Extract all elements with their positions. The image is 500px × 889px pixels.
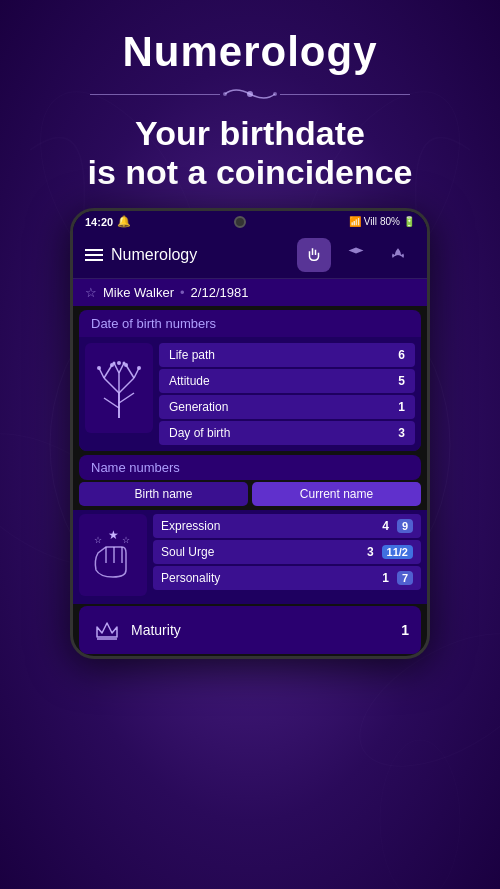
table-row: Life path 6 [159,343,415,367]
name-section-header: Name numbers [79,455,421,480]
status-time: 14:20 🔔 [85,215,131,228]
dob-section-header: Date of birth numbers [79,310,421,337]
user-row: ☆ Mike Walker • 2/12/1981 [73,279,427,306]
table-row: Day of birth 3 [159,421,415,445]
svg-line-14 [104,378,119,393]
table-row: Expression 4 9 [153,514,421,538]
dob-content: Life path 6 Attitude 5 Generation 1 Day … [79,337,421,451]
wifi-icon: 📶 [349,216,361,227]
battery-icon: 🔋 [403,216,415,227]
table-row: Soul Urge 3 11/2 [153,540,421,564]
name-section: Name numbers [79,455,421,480]
name-badge: 11/2 [382,545,413,559]
dob-value: 3 [398,426,405,440]
hamburger-menu[interactable] [85,249,103,261]
user-name: Mike Walker [103,285,174,300]
star-icon: ☆ [85,285,97,300]
page-content: Numerology Your birthdateis not a coinci… [0,0,500,889]
battery-display: 80% [380,216,400,227]
divider [90,84,410,104]
name-num: 3 [367,545,374,559]
svg-point-25 [117,361,121,365]
hamburger-line [85,249,103,251]
dob-rows: Life path 6 Attitude 5 Generation 1 Day … [159,343,415,445]
app-title: Numerology [111,246,197,264]
status-bar: 14:20 🔔 📶 Vill 80% 🔋 [73,211,427,232]
divider-line-left [90,94,220,95]
svg-point-27 [137,366,141,370]
lotus-icon [389,246,407,264]
name-label: Personality [161,571,378,585]
svg-point-9 [223,92,227,96]
dob-value: 6 [398,348,405,362]
svg-line-15 [119,378,134,393]
ornament-icon [220,84,280,104]
telescope-icon-button[interactable] [339,238,373,272]
dot-separator: • [180,285,185,300]
dob-value: 1 [398,400,405,414]
divider-line-right [280,94,410,95]
app-bar-left: Numerology [85,246,197,264]
dob-label: Day of birth [169,426,230,440]
dob-label: Generation [169,400,228,414]
tab-birth-name[interactable]: Birth name [79,482,248,506]
page-title: Numerology [122,28,377,76]
telescope-icon [347,246,365,264]
signal-icon: Vill [364,216,377,227]
svg-point-8 [247,91,253,97]
svg-line-13 [119,393,134,403]
table-row: Personality 1 7 [153,566,421,590]
hand-icon [305,246,323,264]
hamburger-line [85,259,103,261]
dob-label: Life path [169,348,215,362]
time-display: 14:20 [85,216,113,228]
name-num: 4 [382,519,389,533]
table-row: Attitude 5 [159,369,415,393]
name-rows: ☆ ★ ☆ Expression 4 9 Soul Urge 3 11/2 [73,510,427,604]
name-content: ☆ ★ ☆ Expression 4 9 Soul Urge 3 11/2 [79,514,421,600]
svg-point-10 [273,92,277,96]
maturity-row: Maturity 1 [79,606,421,654]
phone-frame: 14:20 🔔 📶 Vill 80% 🔋 Numerology [70,208,430,659]
page-subtitle: Your birthdateis not a coincidence [88,114,413,192]
dob-section: Date of birth numbers [79,310,421,451]
svg-line-20 [126,365,134,378]
name-num: 1 [382,571,389,585]
name-icon: ☆ ★ ☆ [79,514,147,596]
svg-text:☆: ☆ [94,535,102,545]
maturity-value: 1 [401,622,409,638]
dob-value: 5 [398,374,405,388]
camera-notch [234,216,246,228]
svg-point-28 [113,362,116,365]
name-label: Soul Urge [161,545,363,559]
tab-current-name[interactable]: Current name [252,482,421,506]
hamburger-line [85,254,103,256]
app-bar: Numerology [73,232,427,279]
name-badge: 7 [397,571,413,585]
circuit-tree-icon [94,353,144,423]
svg-text:★: ★ [108,528,119,542]
maturity-label: Maturity [131,622,393,638]
svg-point-23 [97,366,101,370]
hand-stars-icon: ☆ ★ ☆ [86,525,141,585]
lotus-icon-button[interactable] [381,238,415,272]
dob-label: Attitude [169,374,210,388]
svg-text:☆: ☆ [122,535,130,545]
hand-icon-button[interactable] [297,238,331,272]
table-row: Generation 1 [159,395,415,419]
alarm-icon: 🔔 [117,215,131,228]
name-badge: 9 [397,519,413,533]
dob-icon [85,343,153,433]
name-tabs: Birth name Current name [79,482,421,506]
user-date: 2/12/1981 [191,285,249,300]
crown-icon [91,614,123,646]
status-icons: 📶 Vill 80% 🔋 [349,216,415,227]
svg-point-29 [123,362,126,365]
app-bar-right [297,238,415,272]
svg-line-12 [104,398,119,408]
name-label: Expression [161,519,378,533]
name-data-rows: Expression 4 9 Soul Urge 3 11/2 Personal… [153,514,421,596]
svg-line-18 [104,365,112,378]
